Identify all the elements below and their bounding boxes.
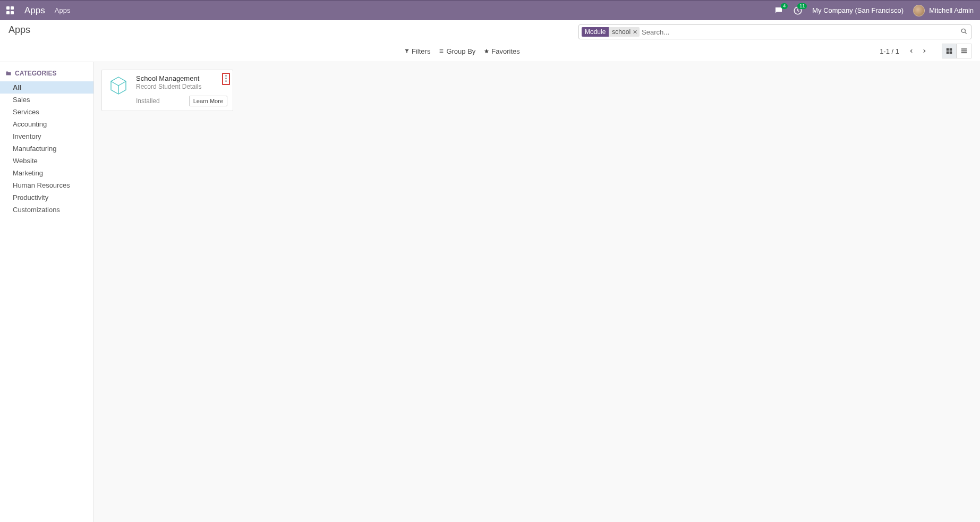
list-icon <box>439 48 444 54</box>
category-manufacturing[interactable]: Manufacturing <box>0 142 93 155</box>
learn-more-button[interactable]: Learn More <box>189 96 227 106</box>
category-customizations[interactable]: Customizations <box>0 204 93 216</box>
messages-badge: 4 <box>781 3 788 9</box>
kebab-highlight <box>222 73 230 85</box>
nav-apps-link[interactable]: Apps <box>55 6 71 14</box>
search-facet-value: school ✕ <box>609 27 640 37</box>
svg-line-2 <box>965 32 967 33</box>
groupby-button[interactable]: Group By <box>439 47 475 55</box>
remove-facet-icon[interactable]: ✕ <box>633 29 637 36</box>
kanban-area: School Management Record Student Details… <box>94 62 980 522</box>
card-body: School Management Record Student Details… <box>136 74 227 106</box>
list-view-icon <box>960 47 968 55</box>
groupby-label: Group By <box>446 47 475 55</box>
category-accounting[interactable]: Accounting <box>0 118 93 130</box>
favorites-button[interactable]: Favorites <box>484 47 519 55</box>
module-menu-icon[interactable] <box>225 75 227 82</box>
module-cube-icon <box>107 74 130 97</box>
app-card[interactable]: School Management Record Student Details… <box>101 70 233 111</box>
page-title: Apps <box>8 24 30 36</box>
kanban-icon <box>945 47 953 55</box>
activities-icon[interactable]: 11 <box>793 6 803 15</box>
module-subtitle: Record Student Details <box>136 83 227 90</box>
category-inventory[interactable]: Inventory <box>0 130 93 142</box>
pager-next-button[interactable] <box>918 45 930 57</box>
search-facet-text: school <box>612 28 630 36</box>
svg-rect-6 <box>950 52 952 54</box>
category-sales[interactable]: Sales <box>0 94 93 106</box>
svg-rect-4 <box>950 48 952 51</box>
filters-button[interactable]: Filters <box>404 47 430 55</box>
top-navbar: Apps Apps 4 11 My Company (San Francisco… <box>0 0 980 20</box>
activities-badge: 11 <box>797 3 807 9</box>
search-input[interactable] <box>640 28 960 36</box>
sidebar: CATEGORIES All Sales Services Accounting… <box>0 62 94 522</box>
pager-prev-button[interactable] <box>906 45 917 57</box>
search-icon[interactable] <box>960 28 968 37</box>
favorites-label: Favorites <box>491 47 519 55</box>
search-facet-type: Module <box>582 27 609 37</box>
svg-rect-7 <box>961 48 967 49</box>
module-title: School Management <box>136 74 227 82</box>
svg-point-1 <box>961 29 965 32</box>
category-marketing[interactable]: Marketing <box>0 167 93 179</box>
view-switcher <box>942 44 972 58</box>
category-list: All Sales Services Accounting Inventory … <box>0 81 93 216</box>
apps-menu-icon[interactable] <box>6 6 15 15</box>
categories-label: CATEGORIES <box>15 70 56 77</box>
avatar-icon <box>913 5 925 16</box>
brand-title[interactable]: Apps <box>24 5 45 16</box>
category-productivity[interactable]: Productivity <box>0 191 93 204</box>
control-panel: Apps Module school ✕ Filters <box>0 20 980 62</box>
category-website[interactable]: Website <box>0 155 93 167</box>
folder-icon <box>5 70 12 77</box>
svg-rect-3 <box>947 48 949 51</box>
star-icon <box>484 48 489 54</box>
search-box[interactable]: Module school ✕ <box>578 24 972 39</box>
category-services[interactable]: Services <box>0 106 93 118</box>
navbar-left: Apps Apps <box>6 5 70 16</box>
list-view-button[interactable] <box>957 44 972 58</box>
user-name: Mitchell Admin <box>929 6 974 14</box>
navbar-right: 4 11 My Company (San Francisco) Mitchell… <box>774 5 974 16</box>
filters-label: Filters <box>412 47 430 55</box>
company-name[interactable]: My Company (San Francisco) <box>812 6 904 14</box>
pager-text: 1-1 / 1 <box>880 47 899 55</box>
messages-icon[interactable]: 4 <box>774 6 783 15</box>
category-hr[interactable]: Human Resources <box>0 179 93 191</box>
filter-bar: Filters Group By Favorites <box>404 47 520 55</box>
svg-rect-8 <box>961 50 967 52</box>
app-body: CATEGORIES All Sales Services Accounting… <box>0 62 980 522</box>
funnel-icon <box>404 48 410 54</box>
user-menu[interactable]: Mitchell Admin <box>913 5 974 16</box>
pager: 1-1 / 1 <box>880 45 930 57</box>
categories-header: CATEGORIES <box>0 68 93 79</box>
kanban-view-button[interactable] <box>942 44 957 58</box>
svg-rect-9 <box>961 52 967 53</box>
category-all[interactable]: All <box>0 81 93 94</box>
module-status: Installed <box>136 97 160 105</box>
svg-rect-5 <box>947 52 949 54</box>
